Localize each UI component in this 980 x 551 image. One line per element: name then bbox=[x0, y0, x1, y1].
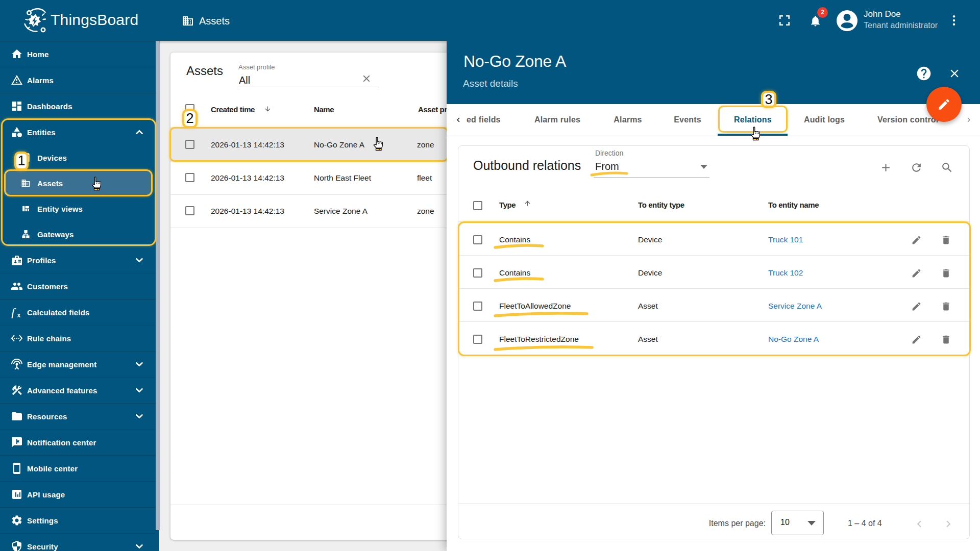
svg-text:x: x bbox=[17, 311, 21, 318]
svg-text:f: f bbox=[11, 306, 16, 318]
